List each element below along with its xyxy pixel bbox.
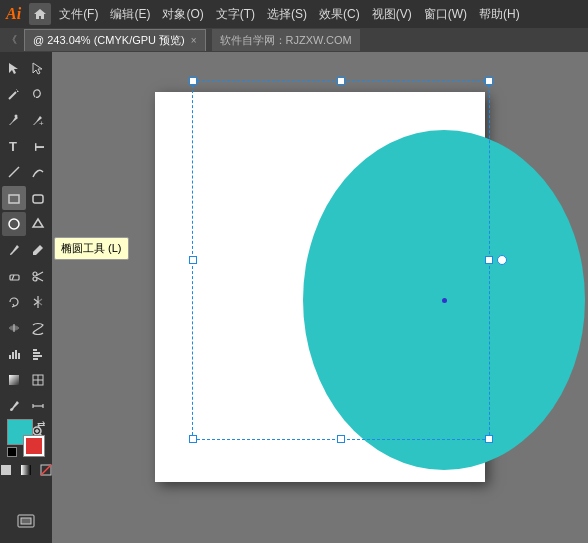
svg-line-13 (12, 275, 14, 280)
menu-view[interactable]: 视图(V) (372, 6, 412, 23)
svg-point-14 (33, 272, 37, 276)
solid-color-mode[interactable] (0, 461, 15, 479)
handle-top-center[interactable] (337, 77, 345, 85)
svg-rect-45 (21, 518, 31, 524)
magic-wand-tool[interactable] (2, 82, 26, 106)
menu-window[interactable]: 窗口(W) (424, 6, 467, 23)
svg-rect-27 (33, 358, 38, 360)
selection-tool[interactable] (2, 56, 26, 80)
draw-mode-button[interactable] (14, 509, 38, 533)
tool-group-rect (2, 186, 50, 210)
eyedropper-tool[interactable] (2, 394, 26, 418)
svg-rect-12 (10, 275, 19, 280)
tab-collapse-button[interactable]: 《 (4, 30, 20, 50)
website-tab[interactable]: 软件自学网：RJZXW.COM (212, 29, 360, 51)
svg-marker-2 (16, 89, 19, 92)
svg-rect-8 (9, 195, 19, 203)
svg-line-7 (9, 167, 19, 177)
main-layout: + T T (0, 52, 588, 543)
ai-logo: Ai (6, 5, 21, 23)
svg-rect-40 (1, 465, 11, 475)
lasso-tool[interactable] (26, 82, 50, 106)
svg-rect-22 (15, 350, 17, 359)
type-tool[interactable]: T (2, 134, 26, 158)
stroke-slash-icon (26, 438, 42, 454)
ellipse-object[interactable] (303, 130, 585, 470)
menu-bar: 文件(F) 编辑(E) 对象(O) 文字(T) 选择(S) 效果(C) 视图(V… (59, 6, 520, 23)
tool-group-width (2, 316, 50, 340)
svg-rect-24 (33, 349, 37, 351)
default-colors-icon[interactable] (7, 447, 17, 457)
ellipse-tool[interactable] (2, 212, 26, 236)
svg-text:+: + (39, 119, 44, 127)
menu-object[interactable]: 对象(O) (162, 6, 203, 23)
color-mode-row (0, 461, 55, 479)
svg-point-32 (10, 408, 12, 410)
tool-group-pen: + (2, 108, 50, 132)
menu-select[interactable]: 选择(S) (267, 6, 307, 23)
tool-group-line (2, 160, 50, 184)
pen-tool[interactable] (2, 108, 26, 132)
paintbrush-tool[interactable] (2, 238, 26, 262)
width-tool[interactable] (2, 316, 26, 340)
eraser-tool[interactable] (2, 264, 26, 288)
direct-selection-tool[interactable] (26, 56, 50, 80)
svg-rect-25 (33, 352, 40, 354)
gradient-tool[interactable] (2, 368, 26, 392)
arc-tool[interactable] (26, 160, 50, 184)
pencil-tool[interactable] (26, 238, 50, 262)
bar-graph-tool[interactable] (26, 342, 50, 366)
color-boxes: ⇄ (7, 419, 45, 457)
svg-point-10 (9, 219, 19, 229)
color-section: ⇄ (0, 419, 52, 483)
home-button[interactable] (29, 3, 51, 25)
menu-effect[interactable]: 效果(C) (319, 6, 360, 23)
center-point (442, 298, 447, 303)
scissors-tool[interactable] (26, 264, 50, 288)
vertical-type-tool[interactable]: T (26, 134, 50, 158)
menu-file[interactable]: 文件(F) (59, 6, 98, 23)
artboard (155, 92, 485, 482)
tool-group-brush (2, 238, 50, 262)
svg-text:T: T (9, 139, 17, 153)
tool-group-eyedropper (2, 394, 50, 418)
tool-group-gradient (2, 368, 50, 392)
warp-tool[interactable] (26, 316, 50, 340)
canvas-area[interactable] (52, 52, 588, 543)
rotate-tool[interactable] (2, 290, 26, 314)
menu-help[interactable]: 帮助(H) (479, 6, 520, 23)
swap-colors-icon[interactable]: ⇄ (37, 419, 45, 430)
tab-bar: 《 @ 243.04% (CMYK/GPU 预览) × 软件自学网：RJZXW.… (0, 28, 588, 52)
svg-text:T: T (32, 143, 45, 151)
gradient-mode[interactable] (17, 461, 35, 479)
active-tab[interactable]: @ 243.04% (CMYK/GPU 预览) × (24, 29, 206, 51)
svg-rect-20 (9, 355, 11, 359)
rounded-rect-tool[interactable] (26, 186, 50, 210)
svg-rect-26 (33, 355, 42, 357)
stroke-color-box[interactable] (23, 435, 45, 457)
ellipse-tool-tooltip: 椭圆工具 (L) (54, 237, 129, 260)
svg-rect-21 (12, 352, 14, 359)
menu-text[interactable]: 文字(T) (216, 6, 255, 23)
tool-group-select (2, 56, 50, 80)
add-anchor-tool[interactable]: + (26, 108, 50, 132)
title-bar: Ai 文件(F) 编辑(E) 对象(O) 文字(T) 选择(S) 效果(C) 视… (0, 0, 588, 28)
svg-marker-0 (34, 9, 46, 19)
handle-top-left[interactable] (189, 77, 197, 85)
tool-group-type: T T (2, 134, 50, 158)
svg-marker-11 (33, 219, 43, 227)
measure-tool[interactable] (26, 394, 50, 418)
reflect-tool[interactable] (26, 290, 50, 314)
svg-rect-28 (9, 375, 19, 385)
menu-edit[interactable]: 编辑(E) (110, 6, 150, 23)
tab-close-button[interactable]: × (191, 35, 197, 46)
mesh-tool[interactable] (26, 368, 50, 392)
svg-rect-23 (18, 353, 20, 359)
polygon-tool[interactable] (26, 212, 50, 236)
rectangle-tool[interactable] (2, 186, 26, 210)
column-graph-tool[interactable] (2, 342, 26, 366)
handle-top-right[interactable] (485, 77, 493, 85)
svg-point-15 (33, 277, 37, 281)
line-segment-tool[interactable] (2, 160, 26, 184)
svg-rect-41 (21, 465, 31, 475)
